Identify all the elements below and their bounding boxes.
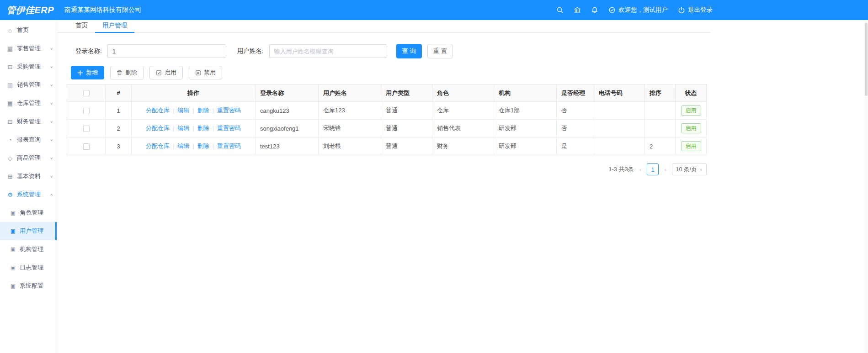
cell-sort: [645, 120, 676, 137]
disable-button[interactable]: 禁用: [189, 66, 222, 79]
welcome-user[interactable]: 欢迎您，测试用户: [608, 6, 668, 14]
row-checkbox[interactable]: [83, 108, 90, 114]
sidebar-item-finance[interactable]: 财务管理: [0, 112, 57, 131]
cell-is-manager: 是: [557, 137, 594, 155]
home-icon: [6, 27, 14, 34]
page-size-select[interactable]: 10 条/页: [672, 163, 707, 175]
sidebar-item-role-management[interactable]: 角色管理: [0, 204, 57, 222]
table-row: 2 分配仓库编辑删除重置密码 songxiaofeng1 宋晓锋 普通 销售代表…: [67, 120, 707, 137]
chevron-down-icon: [699, 168, 703, 172]
prev-page-button[interactable]: ‹: [639, 166, 642, 173]
col-status: 状态: [676, 84, 707, 102]
doc-icon: [10, 210, 16, 216]
sidebar-item-label: 基本资料: [17, 172, 41, 180]
tab-bar: 首页 用户管理: [57, 20, 710, 33]
col-index: #: [106, 84, 132, 102]
col-role: 角色: [432, 84, 494, 102]
sidebar-subitem-label: 日志管理: [20, 263, 43, 272]
delete-link[interactable]: 删除: [197, 107, 217, 114]
login-name-input[interactable]: [107, 44, 226, 58]
edit-link[interactable]: 编辑: [177, 107, 197, 114]
chevron-down-icon: [50, 138, 53, 142]
cell-user-name: 宋晓锋: [319, 120, 381, 137]
edit-link[interactable]: 编辑: [177, 125, 197, 132]
x-square-icon: [195, 70, 201, 76]
assign-warehouse-link[interactable]: 分配仓库: [146, 125, 177, 132]
table-header-row: # 操作 登录名称 用户姓名 用户类型 角色 机构 是否经理 电话号码 排序 状…: [67, 84, 707, 102]
sidebar-subitem-label: 机构管理: [20, 245, 43, 253]
search-icon[interactable]: [556, 6, 564, 14]
tab-user-management[interactable]: 用户管理: [95, 19, 134, 33]
sidebar-item-log-management[interactable]: 日志管理: [0, 258, 57, 277]
reset-password-link[interactable]: 重置密码: [217, 107, 241, 114]
cell-sort: 2: [645, 137, 676, 155]
cell-role: 财务: [432, 137, 494, 155]
sidebar-item-report[interactable]: 报表查询: [0, 131, 57, 149]
sidebar-item-goods[interactable]: 商品管理: [0, 149, 57, 167]
doc-icon: [10, 246, 16, 253]
purchase-icon: [6, 63, 14, 70]
user-table: # 操作 登录名称 用户姓名 用户类型 角色 机构 是否经理 电话号码 排序 状…: [67, 84, 707, 155]
bank-icon[interactable]: [574, 6, 581, 14]
sidebar-item-user-management[interactable]: 用户管理: [0, 222, 57, 240]
reset-password-link[interactable]: 重置密码: [217, 125, 241, 132]
page-number-button[interactable]: 1: [647, 163, 659, 175]
delete-button[interactable]: 删除: [110, 66, 144, 79]
delete-link[interactable]: 删除: [197, 142, 217, 149]
sidebar-item-system[interactable]: 系统管理: [0, 185, 57, 204]
sidebar-item-purchase[interactable]: 采购管理: [0, 58, 57, 76]
next-page-button[interactable]: ›: [663, 166, 667, 173]
reset-password-link[interactable]: 重置密码: [217, 142, 241, 149]
cell-org: 研发部: [494, 120, 557, 137]
assign-warehouse-link[interactable]: 分配仓库: [146, 107, 177, 114]
row-checkbox[interactable]: [83, 143, 90, 150]
pagination-total: 1-3 共3条: [608, 165, 634, 174]
col-org: 机构: [494, 84, 557, 102]
cell-org: 仓库1部: [494, 102, 557, 120]
report-icon: [6, 137, 14, 143]
tab-home[interactable]: 首页: [68, 19, 95, 33]
chevron-down-icon: [50, 101, 53, 105]
assign-warehouse-link[interactable]: 分配仓库: [146, 142, 177, 149]
cell-actions: 分配仓库编辑删除重置密码: [132, 137, 256, 155]
doc-icon: [10, 228, 16, 234]
bell-icon[interactable]: [591, 6, 598, 14]
cell-sort: [645, 102, 676, 120]
scrollbar-thumb[interactable]: [865, 23, 868, 96]
edit-link[interactable]: 编辑: [177, 142, 197, 149]
table-toolbar: 新增 删除 启用 禁用: [71, 66, 710, 79]
sidebar-item-retail[interactable]: 零售管理: [0, 39, 57, 58]
check-circle-icon: [608, 6, 616, 14]
sidebar-item-system-config[interactable]: 系统配置: [0, 277, 57, 295]
col-is-manager: 是否经理: [557, 84, 594, 102]
pagination: 1-3 共3条 ‹ 1 › 10 条/页: [57, 163, 707, 175]
retail-icon: [6, 45, 14, 52]
search-button[interactable]: 查 询: [396, 44, 422, 58]
cell-user-type: 普通: [381, 120, 432, 137]
sidebar-subitem-label: 角色管理: [20, 209, 43, 217]
trash-icon: [117, 70, 122, 76]
doc-icon: [10, 264, 16, 271]
enable-button[interactable]: 启用: [149, 66, 183, 79]
sidebar-item-org-management[interactable]: 机构管理: [0, 240, 57, 258]
select-all-checkbox[interactable]: [83, 90, 90, 96]
sidebar-item-sales[interactable]: 销售管理: [0, 76, 57, 94]
add-button[interactable]: 新增: [71, 66, 104, 79]
sidebar-item-basic-data[interactable]: 基本资料: [0, 167, 57, 185]
delete-link[interactable]: 删除: [197, 125, 217, 132]
cell-phone: [594, 120, 645, 137]
cell-phone: [594, 102, 645, 120]
sidebar-item-home[interactable]: 首页: [0, 21, 57, 39]
sidebar-item-warehouse[interactable]: 仓库管理: [0, 94, 57, 112]
user-name-input[interactable]: [269, 44, 387, 58]
chevron-down-icon: [50, 120, 53, 124]
logout-button[interactable]: 退出登录: [678, 6, 713, 14]
logout-text: 退出登录: [688, 6, 713, 14]
row-checkbox[interactable]: [83, 126, 90, 132]
chevron-down-icon: [50, 83, 53, 87]
cell-is-manager: 否: [557, 102, 594, 120]
reset-button[interactable]: 重 置: [427, 44, 453, 58]
sidebar-item-label: 报表查询: [17, 136, 41, 144]
sidebar: 首页 零售管理 采购管理 销售管理 仓库管理 财务管理 报表查询 商品管理 基本…: [0, 20, 57, 353]
page-size-value: 10 条/页: [676, 166, 697, 174]
